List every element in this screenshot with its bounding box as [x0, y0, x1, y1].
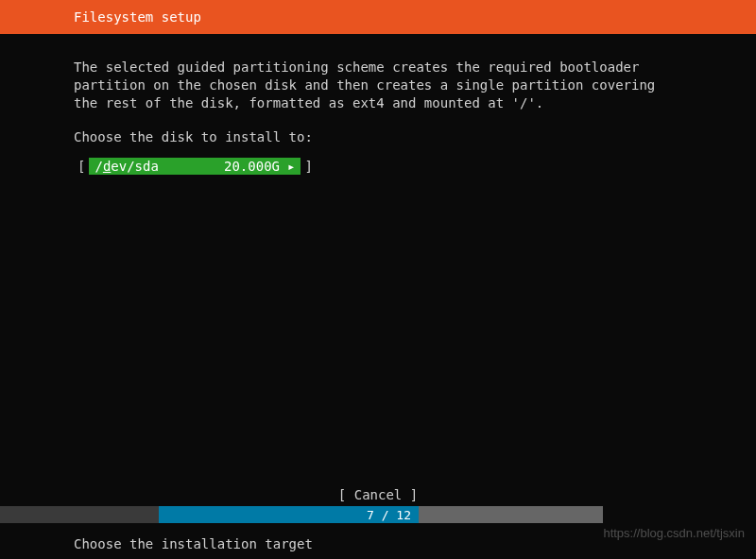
footer-text: Choose the installation target — [74, 536, 313, 551]
header-bar: Filesystem setup — [0, 0, 756, 34]
chevron-right-icon: ▸ — [287, 159, 295, 174]
watermark: https://blog.csdn.net/tjsxin — [603, 526, 745, 540]
page-title: Filesystem setup — [74, 9, 201, 25]
progress-filled: 7 / 12 — [159, 506, 419, 523]
description-text: The selected guided partitioning scheme … — [74, 59, 682, 112]
content-area: The selected guided partitioning scheme … — [0, 34, 756, 175]
progress-gap-left — [0, 506, 159, 523]
disk-selection[interactable]: [ /dev/sda 20.000G ▸ ] — [74, 158, 317, 175]
bracket-close: ] — [301, 159, 316, 174]
cancel-button[interactable]: [ Cancel ] — [338, 487, 418, 502]
progress-unfilled — [419, 506, 603, 523]
progress-text: 7 / 12 — [367, 508, 411, 522]
disk-size: 20.000G — [224, 159, 280, 174]
progress-gap-right — [603, 506, 756, 523]
disk-prompt: Choose the disk to install to: — [74, 129, 682, 144]
disk-name: /dev/sda — [94, 159, 158, 174]
bracket-open: [ — [74, 159, 89, 174]
progress-bar: 7 / 12 — [0, 506, 756, 523]
disk-option[interactable]: /dev/sda 20.000G ▸ — [89, 158, 301, 175]
